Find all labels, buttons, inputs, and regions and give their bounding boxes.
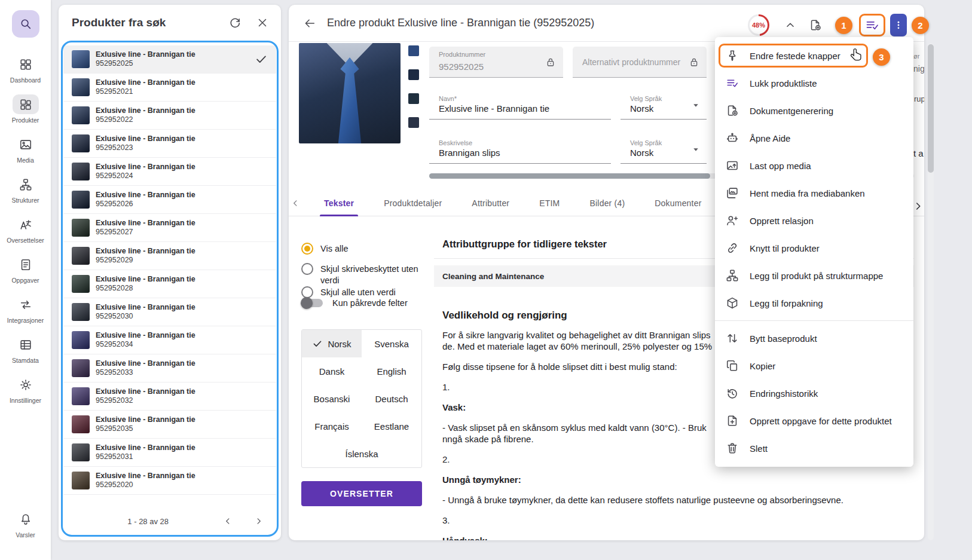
sidebar-item-media[interactable]: Media xyxy=(0,131,51,172)
chevron-right-icon xyxy=(253,516,264,527)
sidebar-item-produkter[interactable]: Produkter xyxy=(0,91,51,131)
language-option[interactable]: Eestlane xyxy=(362,412,421,440)
search-button[interactable] xyxy=(12,10,39,38)
product-number: 952952026 xyxy=(96,200,195,209)
app-window: Dashboard Produkter Media Strukturer xyxy=(0,0,972,560)
filter-radio-option[interactable]: Vis alle xyxy=(301,243,422,255)
image-thumbnail[interactable] xyxy=(408,117,419,128)
menu-item-opprett-oppgave[interactable]: Opprett oppgave for dette produktet xyxy=(715,407,913,434)
language-option[interactable]: Deutsch xyxy=(362,385,421,412)
language-option[interactable]: Dansk xyxy=(302,357,362,385)
product-list-item[interactable]: Exlusive line - Brannigan tie 952952026 xyxy=(63,186,276,214)
product-list-item[interactable]: Exlusive line - Brannigan tie 952952027 xyxy=(63,214,276,242)
product-list-item[interactable]: Exlusive line - Brannigan tie 952952034 xyxy=(63,326,276,354)
required-fields-toggle[interactable]: Kun påkrevde felter xyxy=(301,298,422,308)
sidebar-item-innstillinger[interactable]: Innstillinger xyxy=(0,372,51,412)
sidebar-item-integrasjoner[interactable]: Integrasjoner xyxy=(0,292,51,332)
sidebar-item-varsler[interactable]: Varsler xyxy=(0,506,51,542)
product-thumbnail xyxy=(72,275,90,293)
menu-item-legg-til-forpakning[interactable]: Legg til forpakning xyxy=(715,289,913,317)
horizontal-scrollbar-thumb[interactable] xyxy=(429,173,710,179)
product-image[interactable] xyxy=(299,43,401,143)
language-option[interactable]: Bosanski xyxy=(302,385,362,412)
sidebar-item-dashboard[interactable]: Dashboard xyxy=(0,51,51,91)
sidebar-item-oppgaver[interactable]: Oppgaver xyxy=(0,252,51,292)
prev-page-button[interactable] xyxy=(222,516,233,527)
translate-button[interactable]: OVERSETTER xyxy=(301,481,422,506)
sidebar-item-stamdata[interactable]: Stamdata xyxy=(0,332,51,372)
menu-item-hent-media[interactable]: Hent media fra mediabanken xyxy=(715,179,913,207)
tabs-scroll-left-icon[interactable] xyxy=(290,198,301,209)
filter-radio-option[interactable]: Skjul skrivebeskyttet uten verdi xyxy=(301,263,422,286)
menu-item-dokumentgenerering[interactable]: Dokumentgenerering xyxy=(715,97,913,124)
vertical-scrollbar[interactable] xyxy=(928,43,934,540)
menu-item-endringshistorikk[interactable]: Endringshistorikk xyxy=(715,380,913,407)
tab-label: Dokumenter xyxy=(655,198,701,208)
product-list-item[interactable]: Exlusive line - Brannigan tie 952952021 xyxy=(63,74,276,102)
menu-item-bytt-baseprodukt[interactable]: Bytt baseprodukt xyxy=(715,325,913,352)
filter-radio-option[interactable]: Skjul alle uten verdi xyxy=(301,286,422,298)
sidebar-item-strukturer[interactable]: Strukturer xyxy=(0,172,51,212)
tab-produktdetaljer[interactable]: Produktdetaljer xyxy=(369,190,457,216)
product-list-item[interactable]: Exlusive line - Brannigan tie 952952024 xyxy=(63,158,276,186)
product-list-item[interactable]: Exlusive line - Brannigan tie 952952028 xyxy=(63,270,276,298)
back-button[interactable] xyxy=(303,17,316,30)
product-list-item[interactable]: Exlusive line - Brannigan tie 952952030 xyxy=(63,298,276,326)
language-option[interactable]: Français xyxy=(302,412,362,440)
image-thumbnail[interactable] xyxy=(408,93,419,104)
image-thumbnail[interactable] xyxy=(408,69,419,80)
language-grid: Norsk Svenska Dansk English xyxy=(301,329,422,468)
vertical-scrollbar-thumb[interactable] xyxy=(928,44,934,173)
language-select-navn[interactable]: Velg Språk Norsk xyxy=(621,91,707,120)
produktnummer-field[interactable]: Produktnummer 952952025 xyxy=(429,47,563,78)
menu-item-knytt-til-produkter[interactable]: Knytt til produkter xyxy=(715,234,913,262)
lock-icon xyxy=(545,57,556,68)
language-option[interactable]: English xyxy=(362,357,421,385)
product-list-item[interactable]: Exlusive line - Brannigan tie 952952032 xyxy=(63,382,276,411)
tabs-scroll-right-icon[interactable] xyxy=(912,200,924,213)
tab-bilder[interactable]: Bilder (4) xyxy=(574,190,640,216)
tab-dokumenter[interactable]: Dokumenter xyxy=(640,190,716,216)
navn-field[interactable]: Navn* Exlusive line - Brannigan tie xyxy=(429,91,611,120)
product-list-item[interactable]: Exlusive line - Brannigan tie 952952020 xyxy=(63,467,276,495)
next-page-button[interactable] xyxy=(253,516,264,527)
tab-tekster[interactable]: Tekster xyxy=(309,190,369,216)
occluded-field-value: nig xyxy=(913,64,924,74)
menu-item-slett[interactable]: Slett xyxy=(715,434,913,462)
product-list-item[interactable]: Exlusive line - Brannigan tie 952952035 xyxy=(63,411,276,439)
menu-item-apne-aide[interactable]: Åpne Aide xyxy=(715,124,913,152)
chevron-left-icon xyxy=(222,516,233,527)
refresh-button[interactable] xyxy=(228,16,242,29)
language-option[interactable]: Svenska xyxy=(362,330,421,357)
tab-label: Tekster xyxy=(324,198,354,208)
field-value: 952952025 xyxy=(439,62,484,72)
product-list-item[interactable]: Exlusive line - Brannigan tie 952952033 xyxy=(63,354,276,382)
product-list-item[interactable]: Exlusive line - Brannigan tie 952952023 xyxy=(63,130,276,158)
playlist-check-icon[interactable] xyxy=(865,18,879,32)
language-option[interactable]: Norsk xyxy=(302,330,362,357)
close-panel-button[interactable] xyxy=(256,16,269,29)
menu-item-lukk-produktliste[interactable]: Lukk produktliste xyxy=(715,69,913,97)
more-actions-button[interactable] xyxy=(890,14,907,36)
tab-attributter[interactable]: Attributter xyxy=(457,190,524,216)
alternativt-produktnummer-field[interactable]: Alternativt produktnummer xyxy=(573,47,707,78)
language-option[interactable]: Íslenska xyxy=(302,440,421,467)
beskrivelse-field[interactable]: Beskrivelse Brannigan slips xyxy=(429,135,611,164)
tab-etim[interactable]: ETIM xyxy=(524,190,574,216)
menu-item-kopier[interactable]: Kopier xyxy=(715,352,913,380)
product-list-item[interactable]: Exlusive line - Brannigan tie 952952022 xyxy=(63,102,276,130)
language-select-beskrivelse[interactable]: Velg Språk Norsk xyxy=(621,135,707,164)
collapse-header-button[interactable] xyxy=(784,19,797,32)
product-list-item[interactable]: Exlusive line - Brannigan tie 952952025 xyxy=(63,45,276,74)
product-list-item[interactable]: Exlusive line - Brannigan tie 952952029 xyxy=(63,242,276,270)
product-name: Exlusive line - Brannigan tie xyxy=(96,359,195,368)
document-generation-button[interactable] xyxy=(809,19,822,32)
sidebar-item-oversettelser[interactable]: Oversettelser xyxy=(0,212,51,252)
image-thumbnail[interactable] xyxy=(408,45,419,56)
menu-item-legg-til-strukturmappe[interactable]: Legg til produkt på strukturmappe xyxy=(715,262,913,289)
menu-item-last-opp-media[interactable]: Last opp media xyxy=(715,152,913,179)
menu-item-opprett-relasjon[interactable]: Opprett relasjon xyxy=(715,207,913,234)
field-label: Produktnummer xyxy=(439,51,485,58)
product-list-item[interactable]: Exlusive line - Brannigan tie 952952031 xyxy=(63,439,276,467)
product-name: Exlusive line - Brannigan tie xyxy=(96,191,195,200)
